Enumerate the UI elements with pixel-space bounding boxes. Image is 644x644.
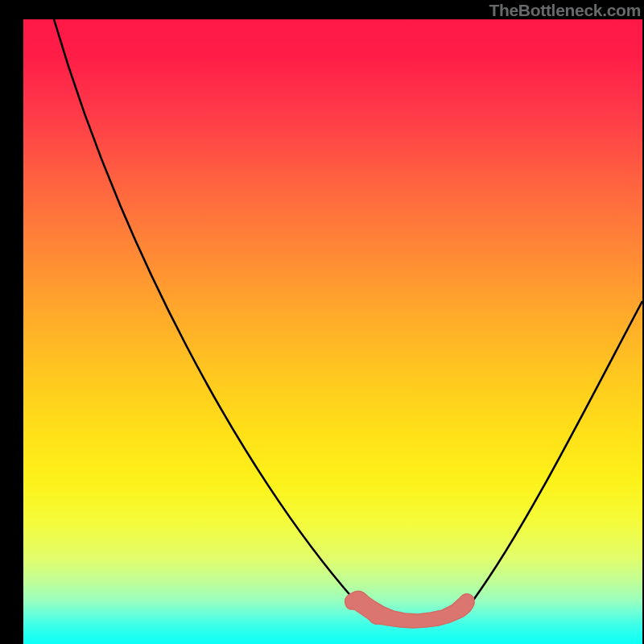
- chart-frame: [23, 19, 642, 644]
- curve-plot: [23, 19, 642, 644]
- v-curve-line: [54, 19, 642, 625]
- attribution-label: TheBottleneck.com: [489, 1, 641, 20]
- sweet-spot-marker: [345, 591, 475, 628]
